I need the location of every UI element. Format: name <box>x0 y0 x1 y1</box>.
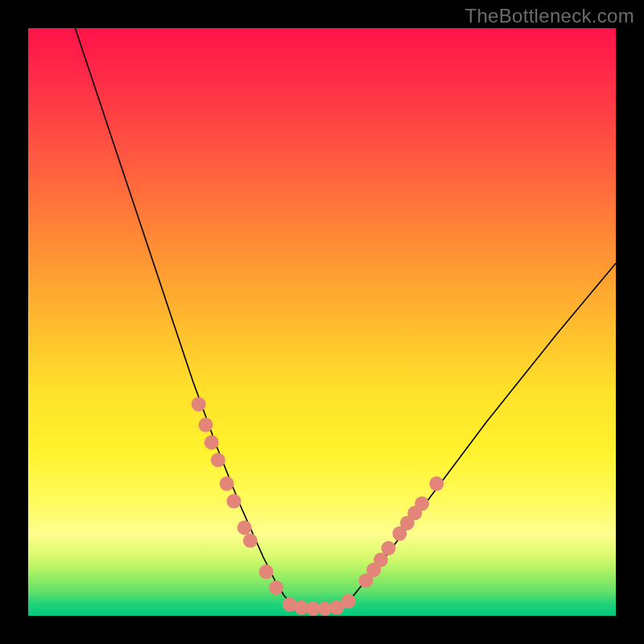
data-point <box>211 453 225 468</box>
data-point <box>341 594 356 609</box>
data-point <box>204 436 219 450</box>
watermark-text: TheBottleneck.com <box>464 5 634 27</box>
data-point <box>220 477 234 491</box>
data-points <box>192 397 444 616</box>
data-point <box>415 497 429 511</box>
data-point <box>243 534 258 548</box>
data-point <box>269 580 283 595</box>
plot-area <box>28 28 616 616</box>
chart-frame: TheBottleneck.com <box>0 0 644 644</box>
data-point <box>429 477 444 491</box>
data-point <box>192 397 206 411</box>
data-point <box>237 521 252 535</box>
data-point <box>227 494 242 509</box>
data-point <box>259 564 274 579</box>
chart-svg <box>28 28 616 616</box>
data-point <box>382 541 396 555</box>
bottleneck-curve <box>75 28 616 609</box>
data-point <box>199 418 213 432</box>
